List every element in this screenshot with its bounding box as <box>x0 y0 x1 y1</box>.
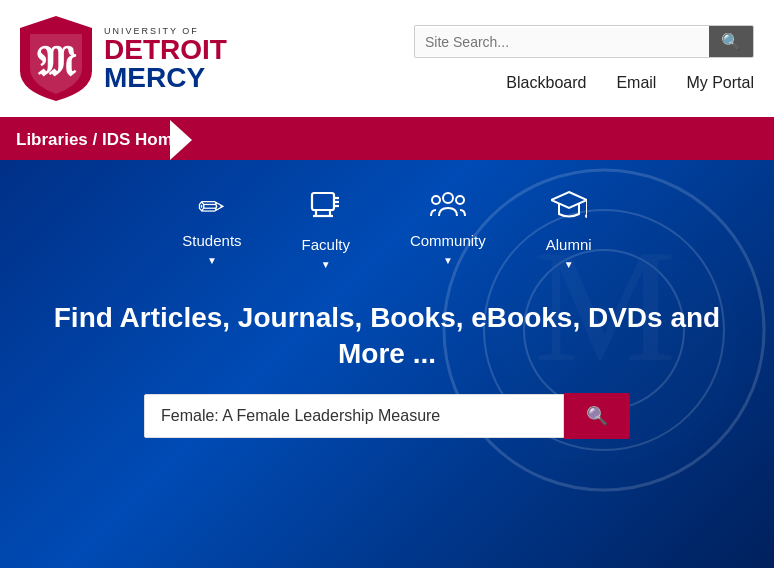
students-nav-item[interactable]: ✏ Students ▼ <box>182 188 241 270</box>
university-name: UNIVERSITY OF DETROIT MERCY <box>104 26 227 92</box>
icon-nav: ✏ Students ▼ Faculty ▼ <box>182 160 591 270</box>
site-search-input[interactable] <box>415 28 709 56</box>
header-nav: Blackboard Email My Portal <box>506 74 754 92</box>
hero-search-input[interactable] <box>144 394 564 438</box>
faculty-icon <box>309 188 343 230</box>
community-icon <box>430 188 466 226</box>
my-portal-link[interactable]: My Portal <box>686 74 754 92</box>
svg-point-13 <box>432 196 440 204</box>
hero-search: 🔍 <box>144 393 630 439</box>
students-icon: ✏ <box>198 188 225 226</box>
mercy-label: MERCY <box>104 64 227 92</box>
blackboard-link[interactable]: Blackboard <box>506 74 586 92</box>
header-right: 🔍 Blackboard Email My Portal <box>414 25 754 92</box>
breadcrumb[interactable]: Libraries / IDS Home <box>0 120 774 160</box>
faculty-chevron-icon: ▼ <box>321 259 331 270</box>
site-header: 𝔐 UNIVERSITY OF DETROIT MERCY 🔍 Blackboa… <box>0 0 774 120</box>
svg-rect-5 <box>312 193 334 210</box>
breadcrumb-text: Libraries / IDS Home <box>16 130 182 150</box>
site-search-bar[interactable]: 🔍 <box>414 25 754 58</box>
svg-point-12 <box>443 193 453 203</box>
svg-point-14 <box>456 196 464 204</box>
community-label: Community <box>410 232 486 249</box>
svg-marker-15 <box>551 192 587 208</box>
students-chevron-icon: ▼ <box>207 255 217 266</box>
community-nav-item[interactable]: Community ▼ <box>410 188 486 270</box>
svg-text:𝔐: 𝔐 <box>37 39 77 85</box>
community-chevron-icon: ▼ <box>443 255 453 266</box>
hero-search-button[interactable]: 🔍 <box>564 393 630 439</box>
logo-area: 𝔐 UNIVERSITY OF DETROIT MERCY <box>20 16 227 101</box>
alumni-icon <box>551 188 587 230</box>
detroit-label: DETROIT <box>104 36 227 64</box>
breadcrumb-chevron-icon <box>192 120 214 160</box>
alumni-nav-item[interactable]: Alumni ▼ <box>546 188 592 270</box>
alumni-label: Alumni <box>546 236 592 253</box>
faculty-nav-item[interactable]: Faculty ▼ <box>302 188 350 270</box>
alumni-chevron-icon: ▼ <box>564 259 574 270</box>
university-logo-icon: 𝔐 <box>20 16 92 101</box>
hero-section: M ✏ Students ▼ Faculty ▼ <box>0 160 774 568</box>
site-search-button[interactable]: 🔍 <box>709 26 753 57</box>
hero-headline: Find Articles, Journals, Books, eBooks, … <box>0 300 774 373</box>
svg-point-17 <box>585 214 587 218</box>
email-link[interactable]: Email <box>616 74 656 92</box>
students-label: Students <box>182 232 241 249</box>
faculty-label: Faculty <box>302 236 350 253</box>
